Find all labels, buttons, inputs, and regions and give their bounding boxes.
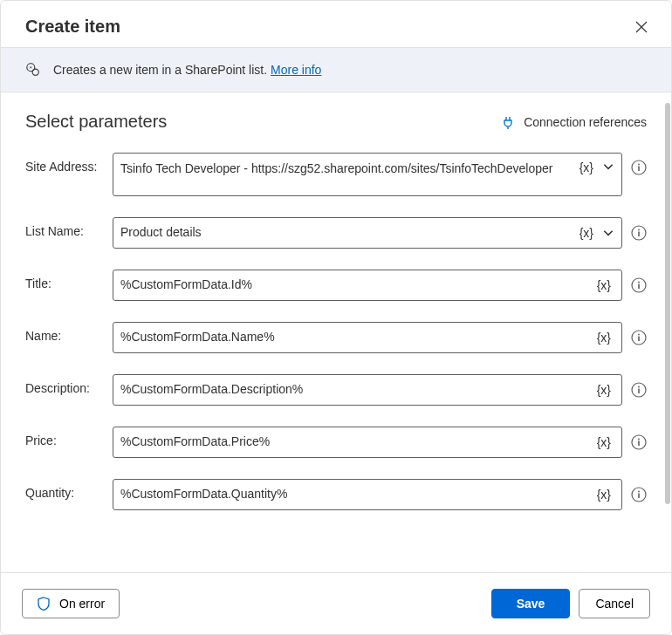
variable-token-button[interactable]: {x}: [576, 160, 597, 174]
svg-rect-13: [638, 337, 640, 342]
svg-point-21: [638, 491, 640, 493]
section-title: Select parameters: [25, 112, 167, 132]
info-banner: Creates a new item in a SharePoint list.…: [1, 47, 671, 92]
svg-rect-22: [638, 494, 640, 499]
dialog-footer: On error Save Cancel: [1, 572, 671, 634]
svg-point-6: [638, 229, 640, 231]
quantity-input[interactable]: %CustomFormData.Quantity% {x}: [113, 479, 622, 510]
site-address-value: Tsinfo Tech Developer - https://szg52.sh…: [120, 160, 576, 178]
param-name: Name: %CustomFormData.Name% {x}: [25, 322, 647, 353]
on-error-button[interactable]: On error: [22, 589, 120, 618]
sharepoint-action-icon: [25, 62, 41, 78]
svg-rect-4: [638, 167, 640, 172]
list-name-label: List Name:: [25, 217, 113, 238]
connection-references-label: Connection references: [524, 115, 647, 129]
description-label: Description:: [25, 374, 113, 395]
info-icon[interactable]: [631, 225, 647, 241]
chevron-down-icon[interactable]: [602, 160, 614, 173]
price-label: Price:: [25, 427, 113, 447]
param-price: Price: %CustomFormData.Price% {x}: [25, 427, 647, 458]
svg-point-1: [32, 69, 38, 75]
info-icon[interactable]: [631, 277, 647, 293]
close-icon: [635, 21, 648, 33]
chevron-down-icon[interactable]: [602, 227, 614, 239]
param-quantity: Quantity: %CustomFormData.Quantity% {x}: [25, 479, 647, 510]
title-value: %CustomFormData.Id%: [120, 277, 593, 294]
param-site-address: Site Address: Tsinfo Tech Developer - ht…: [25, 153, 647, 196]
svg-rect-7: [638, 232, 640, 237]
svg-point-12: [638, 334, 640, 336]
quantity-label: Quantity:: [25, 479, 113, 500]
connection-references-link[interactable]: Connection references: [501, 115, 647, 129]
list-name-input[interactable]: Product details {x}: [113, 217, 622, 249]
dialog-header: Create item: [1, 1, 671, 47]
quantity-value: %CustomFormData.Quantity%: [120, 486, 593, 503]
shield-icon: [37, 597, 51, 611]
info-icon[interactable]: [631, 487, 647, 502]
variable-token-button[interactable]: {x}: [593, 278, 614, 292]
variable-token-button[interactable]: {x}: [593, 331, 614, 345]
price-value: %CustomFormData.Price%: [120, 434, 593, 451]
param-list-name: List Name: Product details {x}: [25, 217, 647, 249]
name-label: Name:: [25, 322, 113, 343]
name-input[interactable]: %CustomFormData.Name% {x}: [113, 322, 622, 353]
name-value: %CustomFormData.Name%: [120, 329, 593, 346]
param-description: Description: %CustomFormData.Description…: [25, 374, 647, 406]
cancel-button[interactable]: Cancel: [579, 589, 650, 618]
banner-text: Creates a new item in a SharePoint list.…: [53, 63, 321, 77]
svg-rect-10: [638, 284, 640, 290]
price-input[interactable]: %CustomFormData.Price% {x}: [113, 427, 622, 458]
description-input[interactable]: %CustomFormData.Description% {x}: [113, 374, 622, 406]
dialog-title: Create item: [25, 17, 120, 37]
svg-point-15: [638, 386, 640, 388]
svg-rect-19: [638, 441, 640, 447]
on-error-label: On error: [59, 597, 105, 611]
variable-token-button[interactable]: {x}: [593, 435, 614, 449]
svg-rect-16: [638, 389, 640, 394]
svg-point-18: [638, 439, 640, 440]
list-name-value: Product details: [120, 224, 576, 242]
info-icon[interactable]: [631, 434, 647, 450]
variable-token-button[interactable]: {x}: [593, 383, 614, 397]
dialog-body: Select parameters Connection references …: [1, 92, 671, 572]
svg-point-3: [638, 164, 640, 166]
info-icon[interactable]: [631, 382, 647, 398]
description-value: %CustomFormData.Description%: [120, 381, 593, 399]
title-input[interactable]: %CustomFormData.Id% {x}: [113, 270, 622, 301]
variable-token-button[interactable]: {x}: [593, 488, 614, 502]
save-button[interactable]: Save: [491, 589, 571, 618]
info-icon[interactable]: [631, 330, 647, 345]
create-item-dialog: Create item Creates a new item in a Shar…: [0, 0, 672, 635]
title-label: Title:: [25, 270, 113, 290]
site-address-label: Site Address:: [25, 153, 113, 174]
param-title: Title: %CustomFormData.Id% {x}: [25, 270, 647, 301]
banner-description: Creates a new item in a SharePoint list.: [53, 63, 267, 77]
close-button[interactable]: [633, 18, 650, 36]
scrollbar[interactable]: [665, 103, 670, 504]
info-icon[interactable]: [631, 160, 647, 175]
plug-icon: [501, 115, 515, 129]
more-info-link[interactable]: More info: [271, 63, 321, 77]
variable-token-button[interactable]: {x}: [576, 226, 597, 240]
svg-point-9: [638, 282, 640, 283]
site-address-input[interactable]: Tsinfo Tech Developer - https://szg52.sh…: [113, 153, 622, 196]
section-header: Select parameters Connection references: [25, 112, 647, 132]
